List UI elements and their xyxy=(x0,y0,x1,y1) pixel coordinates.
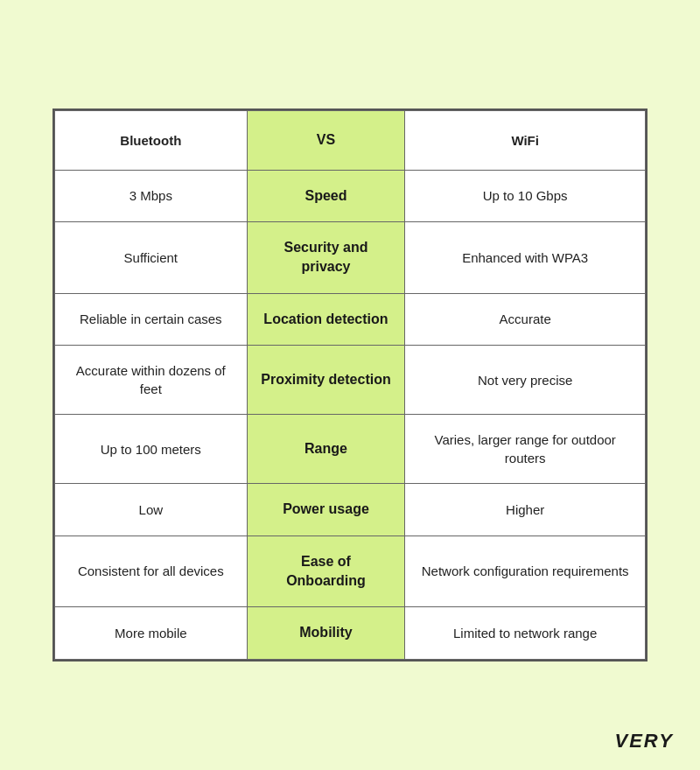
row-7-bluetooth: More mobile xyxy=(55,607,248,659)
table-header-row: Bluetooth VS WiFi xyxy=(55,111,646,170)
row-0-vs: Speed xyxy=(247,170,405,221)
row-6-bluetooth: Consistent for all devices xyxy=(55,536,248,607)
row-7-vs: Mobility xyxy=(247,607,405,659)
comparison-table: Bluetooth VS WiFi 3 MbpsSpeedUp to 10 Gb… xyxy=(52,108,648,662)
table-row: Consistent for all devicesEase of Onboar… xyxy=(55,536,646,607)
row-6-wifi: Network configuration requirements xyxy=(405,536,646,607)
row-1-bluetooth: Sufficient xyxy=(55,222,248,294)
table-row: LowPower usageHigher xyxy=(55,484,646,536)
row-3-bluetooth: Accurate within dozens of feet xyxy=(55,346,248,415)
table-row: Reliable in certain casesLocation detect… xyxy=(55,293,646,345)
row-3-vs: Proximity detection xyxy=(247,346,405,415)
row-2-wifi: Accurate xyxy=(405,293,646,345)
row-7-wifi: Limited to network range xyxy=(405,607,646,659)
header-bluetooth: Bluetooth xyxy=(55,111,248,170)
row-4-bluetooth: Up to 100 meters xyxy=(55,415,248,484)
header-vs: VS xyxy=(247,111,405,170)
table-row: Accurate within dozens of feetProximity … xyxy=(55,346,646,415)
brand-logo: VERY xyxy=(614,730,674,752)
row-1-vs: Security and privacy xyxy=(247,222,405,294)
header-wifi: WiFi xyxy=(405,111,646,170)
row-6-vs: Ease of Onboarding xyxy=(247,536,405,607)
row-5-wifi: Higher xyxy=(405,484,646,536)
row-0-wifi: Up to 10 Gbps xyxy=(405,170,646,221)
table-row: 3 MbpsSpeedUp to 10 Gbps xyxy=(55,170,646,221)
row-0-bluetooth: 3 Mbps xyxy=(55,170,248,221)
row-4-vs: Range xyxy=(247,415,405,484)
table-row: More mobileMobilityLimited to network ra… xyxy=(55,607,646,659)
row-5-bluetooth: Low xyxy=(55,484,248,536)
row-4-wifi: Varies, larger range for outdoor routers xyxy=(405,415,646,484)
table-row: SufficientSecurity and privacyEnhanced w… xyxy=(55,222,646,294)
row-3-wifi: Not very precise xyxy=(405,346,646,415)
table-row: Up to 100 metersRangeVaries, larger rang… xyxy=(55,415,646,484)
row-1-wifi: Enhanced with WPA3 xyxy=(405,222,646,294)
row-5-vs: Power usage xyxy=(247,484,405,536)
row-2-vs: Location detection xyxy=(247,293,405,345)
row-2-bluetooth: Reliable in certain cases xyxy=(55,293,248,345)
